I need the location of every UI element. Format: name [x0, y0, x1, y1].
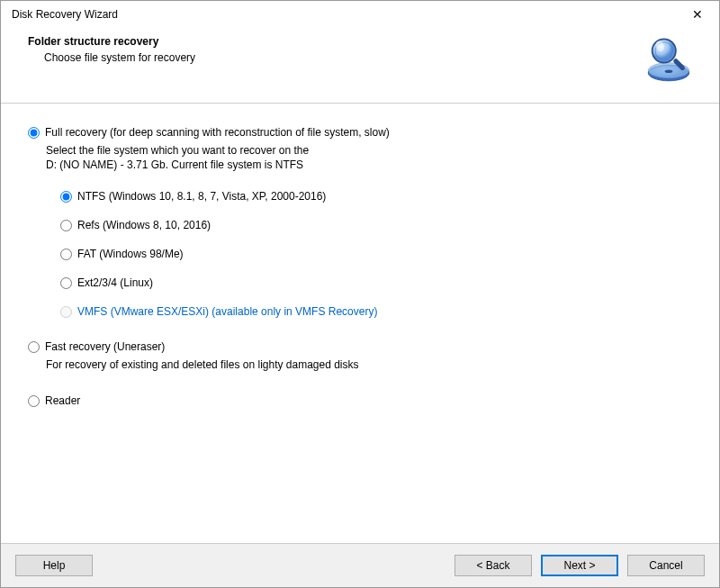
fast-recovery-option[interactable]: Fast recovery (Uneraser) — [28, 339, 692, 354]
fs-ext-label: Ext2/3/4 (Linux) — [77, 276, 153, 289]
filesystem-options: NTFS (Windows 10, 8.1, 8, 7, Vista, XP, … — [28, 190, 692, 318]
fs-fat-label: FAT (Windows 98/Me) — [77, 248, 184, 260]
reader-block: Reader — [28, 394, 692, 408]
magnifier-disk-icon — [644, 35, 694, 88]
fs-refs-radio[interactable] — [60, 220, 72, 231]
header-title: Folder structure recovery — [28, 35, 195, 48]
header-subtitle: Choose file system for recovery — [28, 51, 195, 64]
wizard-window: Disk Recovery Wizard ✕ Folder structure … — [0, 0, 720, 588]
fs-ntfs-radio[interactable] — [60, 191, 72, 203]
fs-ext-radio[interactable] — [60, 277, 72, 289]
fs-refs-option[interactable]: Refs (Windows 8, 10, 2016) — [60, 219, 692, 231]
fast-recovery-block: Fast recovery (Uneraser) For recovery of… — [28, 339, 692, 372]
help-button[interactable]: Help — [15, 555, 93, 576]
fs-ntfs-option[interactable]: NTFS (Windows 10, 8.1, 8, 7, Vista, XP, … — [60, 190, 692, 203]
full-recovery-label: Full recovery (for deep scanning with re… — [45, 125, 390, 140]
fast-recovery-radio[interactable] — [28, 341, 40, 353]
fs-vmfs-radio — [60, 306, 72, 318]
fs-ext-option[interactable]: Ext2/3/4 (Linux) — [60, 276, 692, 289]
reader-label: Reader — [45, 394, 80, 408]
full-recovery-radio[interactable] — [28, 127, 40, 139]
back-button[interactable]: < Back — [454, 555, 532, 576]
fs-ntfs-label: NTFS (Windows 10, 8.1, 8, 7, Vista, XP, … — [77, 190, 326, 203]
fs-fat-radio[interactable] — [60, 249, 72, 260]
svg-point-2 — [665, 70, 673, 74]
fast-recovery-label: Fast recovery (Uneraser) — [45, 339, 165, 354]
next-button[interactable]: Next > — [541, 555, 618, 576]
wizard-header: Folder structure recovery Choose file sy… — [1, 28, 719, 104]
fs-refs-label: Refs (Windows 8, 10, 2016) — [77, 219, 211, 231]
header-text-block: Folder structure recovery Choose file sy… — [28, 35, 195, 64]
reader-radio[interactable] — [28, 395, 40, 407]
fs-fat-option[interactable]: FAT (Windows 98/Me) — [60, 248, 692, 260]
wizard-content: Full recovery (for deep scanning with re… — [1, 104, 719, 543]
titlebar: Disk Recovery Wizard ✕ — [1, 1, 719, 28]
reader-option[interactable]: Reader — [28, 394, 692, 408]
window-title: Disk Recovery Wizard — [12, 8, 118, 21]
fs-vmfs-label: VMFS (VMware ESX/ESXi) (available only i… — [77, 305, 377, 318]
fs-vmfs-option: VMFS (VMware ESX/ESXi) (available only i… — [60, 305, 692, 318]
full-recovery-option[interactable]: Full recovery (for deep scanning with re… — [28, 125, 692, 140]
close-icon[interactable]: ✕ — [683, 4, 712, 25]
cancel-button[interactable]: Cancel — [627, 555, 705, 576]
fast-recovery-desc: For recovery of existing and deleted fil… — [28, 357, 692, 372]
wizard-footer: Help < Back Next > Cancel — [1, 543, 719, 587]
full-recovery-desc: Select the file system which you want to… — [28, 143, 692, 172]
full-recovery-block: Full recovery (for deep scanning with re… — [28, 125, 692, 318]
